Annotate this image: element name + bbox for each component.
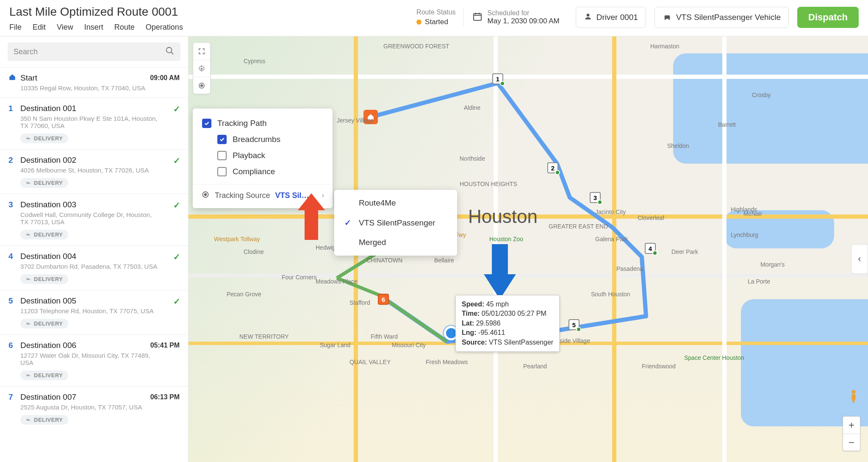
source-option-vts[interactable]: ✓VTS SilentPassenger (334, 213, 457, 233)
map-pin-3[interactable]: 3 (590, 192, 601, 203)
map-label: Four Corners (282, 274, 316, 281)
map-pin-1[interactable]: 1 (492, 73, 503, 84)
menu-view[interactable]: View (57, 23, 73, 32)
map-label: CHINATOWN (366, 257, 402, 264)
map-label: Stafford (349, 299, 370, 306)
vehicle-label: VTS SilentPassenger Vehicle (676, 13, 781, 22)
stop-name: Destination 006 (20, 341, 76, 350)
playback-row[interactable]: Playback (193, 148, 333, 164)
stop-name: Destination 004 (20, 252, 76, 261)
driver-button[interactable]: Driver 0001 (576, 7, 646, 28)
svg-point-1 (586, 14, 589, 17)
delivery-badge: DELIVERY (20, 178, 68, 188)
settings-button[interactable] (193, 60, 210, 77)
stop-address: 12727 Water Oak Dr, Missouri City, TX 77… (20, 352, 160, 366)
map-pin-6[interactable]: 6 (378, 294, 389, 305)
search-field[interactable] (8, 42, 180, 61)
dispatch-button[interactable]: Dispatch (797, 7, 859, 28)
vehicle-button[interactable]: VTS SilentPassenger Vehicle (654, 7, 789, 28)
stop-address: Codwell Hall, Community College Dr, Hous… (20, 211, 160, 225)
compliance-row[interactable]: Compliance (193, 164, 333, 180)
map-label: Friendswood (642, 363, 676, 370)
menu-insert[interactable]: Insert (84, 23, 103, 32)
target-icon (201, 190, 210, 200)
zoom-out-button[interactable]: − (843, 434, 860, 451)
stop-start[interactable]: Start 09:00 AM 10335 Regal Row, Houston,… (0, 67, 188, 97)
tracking-path-row[interactable]: Tracking Path (193, 115, 333, 131)
map-label: Sheldon (667, 142, 689, 149)
map-label: GREATER EAST END (549, 223, 608, 230)
stop-item[interactable]: ✓ 3Destination 003 Codwell Hall, Communi… (0, 194, 188, 245)
user-icon (584, 12, 592, 23)
menu-operations[interactable]: Operations (146, 23, 183, 32)
source-option-merged[interactable]: Merged (334, 233, 457, 252)
stops-list[interactable]: Start 09:00 AM 10335 Regal Row, Houston,… (0, 67, 188, 462)
map-label: Pecan Grove (227, 291, 261, 298)
search-icon[interactable] (165, 46, 175, 57)
compliance-label: Compliance (233, 167, 275, 176)
zoom-in-button[interactable]: + (843, 417, 860, 434)
checkbox-checked-icon[interactable] (217, 135, 227, 144)
tracking-path-label: Tracking Path (217, 119, 267, 128)
gps-tooltip: Speed: 45 mph Time: 05/01/2030 05:27 PM … (455, 295, 560, 352)
stop-name: Destination 002 (20, 156, 76, 165)
playback-label: Playback (233, 151, 265, 160)
schedule-value: May 1, 2030 09:00 AM (488, 17, 560, 25)
stop-number: 6 (8, 341, 20, 350)
map-pin-2[interactable]: 2 (547, 162, 558, 173)
stop-number: 5 (8, 296, 20, 306)
map-label: Morgan's (760, 261, 785, 268)
checkbox-checked-icon[interactable] (202, 119, 211, 128)
map-pin-4[interactable]: 4 (645, 243, 656, 254)
map-canvas[interactable]: 1 2 3 4 5 6 7 Houston Cypress GREENWOOD … (189, 36, 868, 462)
source-option-route4me[interactable]: Route4Me (334, 193, 457, 213)
delivery-badge: DELIVERY (20, 274, 68, 284)
checkbox-icon[interactable] (217, 167, 227, 176)
map-label: HOUSTON HEIGHTS (460, 181, 517, 187)
map-label: Northside (460, 155, 485, 162)
svg-point-3 (201, 67, 203, 70)
stop-address: 3702 Dumbarton Rd, Pasadena, TX 77503, U… (20, 263, 160, 270)
stop-time: 05:41 PM (150, 342, 180, 349)
map-label: Deer Park (671, 248, 698, 255)
stop-item[interactable]: ✓ 2Destination 002 4026 Melbourne St, Ho… (0, 149, 188, 194)
stop-name: Destination 007 (20, 392, 76, 402)
tracking-button[interactable] (193, 77, 210, 94)
map-toolbar (193, 42, 211, 94)
stop-item[interactable]: 7Destination 00706:13 PM 2525 Augusta Dr… (0, 386, 188, 431)
callout-arrow-icon (481, 244, 519, 299)
expand-panel-button[interactable]: ‹ (851, 244, 868, 274)
stop-item[interactable]: ✓ 1Destination 001 350 N Sam Houston Pkw… (0, 97, 188, 149)
svg-rect-0 (474, 14, 481, 20)
stop-number: 3 (8, 200, 20, 209)
menubar: File Edit View Insert Route Operations (9, 23, 407, 36)
map-label: Crosby (752, 92, 771, 98)
status-value: Started (425, 18, 448, 26)
map-label: Aldine (464, 104, 480, 111)
search-input[interactable] (14, 47, 165, 56)
fullscreen-button[interactable] (193, 43, 210, 60)
menu-route[interactable]: Route (114, 23, 135, 32)
delivery-badge: DELIVERY (20, 415, 68, 425)
stop-item[interactable]: 6Destination 00605:41 PM 12727 Water Oak… (0, 334, 188, 386)
map-pin-5[interactable]: 5 (568, 319, 580, 330)
check-icon: ✓ (173, 252, 180, 262)
pegman-icon[interactable] (848, 390, 860, 407)
delivery-badge: DELIVERY (20, 134, 68, 143)
stop-item[interactable]: ✓ 5Destination 005 11203 Telephone Rd, H… (0, 290, 188, 334)
menu-file[interactable]: File (9, 23, 22, 32)
stop-number: 2 (8, 156, 20, 165)
delivery-badge: DELIVERY (20, 319, 68, 328)
calendar-icon (472, 11, 483, 23)
stop-item[interactable]: ✓ 4Destination 004 3702 Dumbarton Rd, Pa… (0, 245, 188, 290)
breadcrumbs-row[interactable]: Breadcrumbs (193, 131, 333, 148)
status-dot-icon (416, 19, 422, 25)
menu-edit[interactable]: Edit (33, 23, 46, 32)
schedule-label: Scheduled for (488, 9, 560, 17)
checkbox-icon[interactable] (217, 151, 227, 160)
stop-name: Destination 005 (20, 296, 76, 306)
check-icon: ✓ (173, 200, 180, 210)
stop-time: 09:00 AM (150, 74, 180, 82)
map-label: Pasadena (616, 265, 643, 272)
stop-name: Start (20, 73, 37, 83)
